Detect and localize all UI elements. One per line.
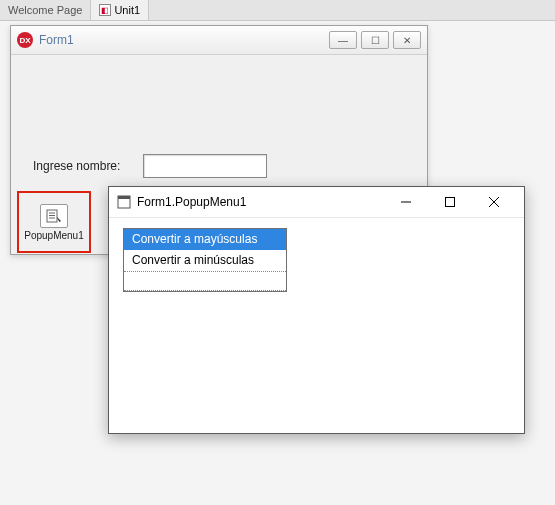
form1-maximize-button[interactable]: ☐ [361, 31, 389, 49]
menu-item-1[interactable]: Convertir a minúsculas [124, 250, 286, 271]
component-popupmenu1-caption: PopupMenu1 [24, 230, 84, 241]
close-icon: ✕ [403, 35, 411, 46]
editor-app-icon [117, 195, 131, 209]
form1-minimize-button[interactable]: — [329, 31, 357, 49]
editor-maximize-button[interactable] [428, 188, 472, 216]
tab-welcome-label: Welcome Page [8, 4, 82, 16]
maximize-icon: ☐ [371, 35, 380, 46]
form1-caption: Form1 [39, 33, 329, 47]
editor-close-button[interactable] [472, 188, 516, 216]
editor-window-controls [384, 188, 516, 216]
svg-rect-7 [446, 198, 455, 207]
app-dx-icon: DX [17, 32, 33, 48]
edit-nombre[interactable] [143, 154, 267, 178]
menu-item-new-placeholder[interactable] [124, 271, 286, 291]
tab-unit1-label: Unit1 [114, 4, 140, 16]
popupmenu-editor-window[interactable]: Form1.PopupMenu1 Convertir a mayúsculas … [108, 186, 525, 434]
form1-close-button[interactable]: ✕ [393, 31, 421, 49]
editor-titlebar[interactable]: Form1.PopupMenu1 [109, 187, 524, 218]
form1-window-controls: — ☐ ✕ [329, 31, 421, 49]
form1-titlebar: DX Form1 — ☐ ✕ [11, 26, 427, 55]
minimize-icon: — [338, 35, 348, 46]
svg-rect-5 [118, 196, 130, 199]
tab-welcome-page[interactable]: Welcome Page [0, 0, 91, 20]
menu-items-list[interactable]: Convertir a mayúsculas Convertir a minús… [123, 228, 287, 292]
form-glyph-icon: ◧ [99, 4, 111, 16]
minimize-icon [401, 197, 411, 207]
ide-stage: Welcome Page ◧ Unit1 DX Form1 — ☐ ✕ Ingr… [0, 0, 555, 505]
document-tabstrip: Welcome Page ◧ Unit1 [0, 0, 555, 21]
menu-item-0[interactable]: Convertir a mayúsculas [124, 229, 286, 250]
editor-title-text: Form1.PopupMenu1 [137, 195, 384, 209]
close-icon [489, 197, 499, 207]
maximize-icon [445, 197, 455, 207]
component-popupmenu1[interactable]: PopupMenu1 [17, 191, 91, 253]
label-ingrese-nombre[interactable]: Ingrese nombre: [33, 159, 120, 173]
editor-minimize-button[interactable] [384, 188, 428, 216]
editor-client-area: Convertir a mayúsculas Convertir a minús… [109, 218, 524, 302]
popupmenu-icon [40, 204, 68, 228]
tab-unit1[interactable]: ◧ Unit1 [91, 0, 149, 20]
